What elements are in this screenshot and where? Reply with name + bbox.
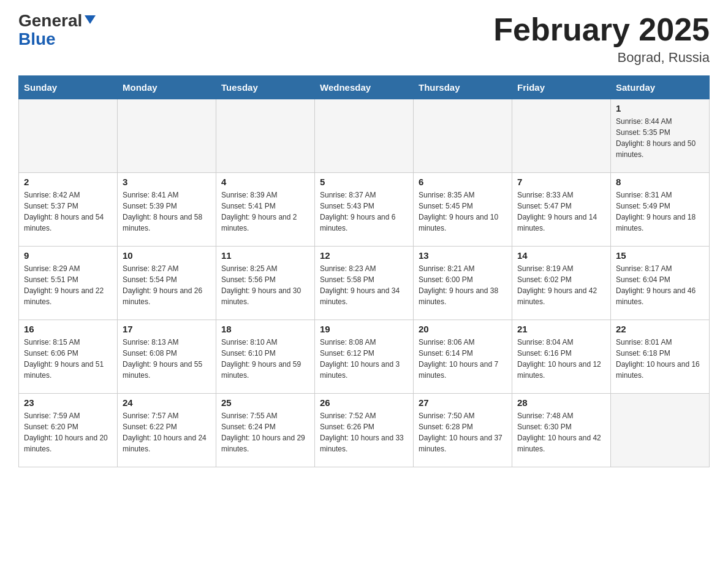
day-number: 5 [320, 177, 408, 187]
header-monday: Monday [118, 76, 216, 99]
day-number: 2 [24, 177, 112, 187]
calendar-day-cell: 20Sunrise: 8:06 AMSunset: 6:14 PMDayligh… [414, 320, 512, 394]
calendar-week-row: 1Sunrise: 8:44 AMSunset: 5:35 PMDaylight… [19, 99, 710, 173]
header-tuesday: Tuesday [216, 76, 315, 99]
logo-text-blue: Blue [18, 29, 56, 49]
day-number: 14 [517, 250, 605, 261]
calendar-day-cell: 5Sunrise: 8:37 AMSunset: 5:43 PMDaylight… [315, 173, 414, 247]
header-wednesday: Wednesday [315, 76, 414, 99]
calendar-day-cell: 15Sunrise: 8:17 AMSunset: 6:04 PMDayligh… [611, 247, 710, 320]
day-number: 4 [221, 177, 309, 187]
day-info: Sunrise: 8:10 AMSunset: 6:10 PMDaylight:… [221, 337, 309, 381]
day-info: Sunrise: 7:57 AMSunset: 6:22 PMDaylight:… [123, 410, 211, 454]
calendar-day-cell: 4Sunrise: 8:39 AMSunset: 5:41 PMDaylight… [216, 173, 315, 247]
day-info: Sunrise: 7:48 AMSunset: 6:30 PMDaylight:… [517, 410, 605, 454]
day-info: Sunrise: 8:01 AMSunset: 6:18 PMDaylight:… [616, 337, 704, 381]
logo: General Blue [18, 12, 97, 49]
day-number: 7 [517, 177, 605, 187]
day-number: 11 [221, 250, 309, 261]
calendar-day-cell [315, 99, 414, 173]
day-info: Sunrise: 8:23 AMSunset: 5:58 PMDaylight:… [320, 263, 408, 307]
day-info: Sunrise: 8:17 AMSunset: 6:04 PMDaylight:… [616, 263, 704, 307]
calendar-day-cell [118, 99, 216, 173]
day-info: Sunrise: 8:42 AMSunset: 5:37 PMDaylight:… [24, 190, 112, 234]
day-number: 8 [616, 177, 704, 187]
day-info: Sunrise: 8:39 AMSunset: 5:41 PMDaylight:… [221, 190, 309, 234]
logo-text-general: General [18, 12, 82, 29]
day-number: 1 [616, 103, 704, 113]
day-info: Sunrise: 8:19 AMSunset: 6:02 PMDaylight:… [517, 263, 605, 307]
day-info: Sunrise: 8:35 AMSunset: 5:45 PMDaylight:… [419, 190, 507, 234]
calendar-day-cell: 26Sunrise: 7:52 AMSunset: 6:26 PMDayligh… [315, 394, 414, 467]
day-info: Sunrise: 8:29 AMSunset: 5:51 PMDaylight:… [24, 263, 112, 307]
logo-triangle-icon [83, 13, 97, 26]
calendar-day-cell: 27Sunrise: 7:50 AMSunset: 6:28 PMDayligh… [414, 394, 512, 467]
calendar-day-cell: 7Sunrise: 8:33 AMSunset: 5:47 PMDaylight… [512, 173, 611, 247]
day-number: 10 [123, 250, 211, 261]
calendar-day-cell: 3Sunrise: 8:41 AMSunset: 5:39 PMDaylight… [118, 173, 216, 247]
day-info: Sunrise: 8:04 AMSunset: 6:16 PMDaylight:… [517, 337, 605, 381]
day-info: Sunrise: 8:15 AMSunset: 6:06 PMDaylight:… [24, 337, 112, 381]
day-info: Sunrise: 8:25 AMSunset: 5:56 PMDaylight:… [221, 263, 309, 307]
calendar-header-row: Sunday Monday Tuesday Wednesday Thursday… [19, 76, 710, 99]
day-number: 3 [123, 177, 211, 187]
day-info: Sunrise: 8:06 AMSunset: 6:14 PMDaylight:… [419, 337, 507, 381]
day-number: 23 [24, 397, 112, 408]
title-area: February 2025 Bograd, Russia [493, 12, 710, 66]
calendar-day-cell: 12Sunrise: 8:23 AMSunset: 5:58 PMDayligh… [315, 247, 414, 320]
calendar-day-cell: 8Sunrise: 8:31 AMSunset: 5:49 PMDaylight… [611, 173, 710, 247]
calendar-week-row: 2Sunrise: 8:42 AMSunset: 5:37 PMDaylight… [19, 173, 710, 247]
day-number: 13 [419, 250, 507, 261]
day-info: Sunrise: 8:37 AMSunset: 5:43 PMDaylight:… [320, 190, 408, 234]
day-number: 21 [517, 324, 605, 334]
day-number: 9 [24, 250, 112, 261]
day-number: 24 [123, 397, 211, 408]
day-info: Sunrise: 8:41 AMSunset: 5:39 PMDaylight:… [123, 190, 211, 234]
calendar-day-cell: 21Sunrise: 8:04 AMSunset: 6:16 PMDayligh… [512, 320, 611, 394]
day-number: 25 [221, 397, 309, 408]
day-info: Sunrise: 7:59 AMSunset: 6:20 PMDaylight:… [24, 410, 112, 454]
calendar-day-cell: 25Sunrise: 7:55 AMSunset: 6:24 PMDayligh… [216, 394, 315, 467]
header-saturday: Saturday [611, 76, 710, 99]
month-title: February 2025 [493, 12, 710, 47]
day-number: 12 [320, 250, 408, 261]
day-number: 18 [221, 324, 309, 334]
calendar-day-cell: 9Sunrise: 8:29 AMSunset: 5:51 PMDaylight… [19, 247, 118, 320]
day-number: 28 [517, 397, 605, 408]
day-number: 20 [419, 324, 507, 334]
day-info: Sunrise: 8:31 AMSunset: 5:49 PMDaylight:… [616, 190, 704, 234]
calendar-table: Sunday Monday Tuesday Wednesday Thursday… [18, 75, 710, 467]
calendar-day-cell: 16Sunrise: 8:15 AMSunset: 6:06 PMDayligh… [19, 320, 118, 394]
day-number: 26 [320, 397, 408, 408]
day-info: Sunrise: 8:33 AMSunset: 5:47 PMDaylight:… [517, 190, 605, 234]
day-number: 6 [419, 177, 507, 187]
calendar-day-cell: 11Sunrise: 8:25 AMSunset: 5:56 PMDayligh… [216, 247, 315, 320]
calendar-day-cell: 18Sunrise: 8:10 AMSunset: 6:10 PMDayligh… [216, 320, 315, 394]
day-number: 27 [419, 397, 507, 408]
day-info: Sunrise: 8:08 AMSunset: 6:12 PMDaylight:… [320, 337, 408, 381]
day-info: Sunrise: 8:27 AMSunset: 5:54 PMDaylight:… [123, 263, 211, 307]
header-friday: Friday [512, 76, 611, 99]
calendar-day-cell: 13Sunrise: 8:21 AMSunset: 6:00 PMDayligh… [414, 247, 512, 320]
calendar-day-cell [611, 394, 710, 467]
header-sunday: Sunday [19, 76, 118, 99]
calendar-day-cell: 28Sunrise: 7:48 AMSunset: 6:30 PMDayligh… [512, 394, 611, 467]
calendar-day-cell: 6Sunrise: 8:35 AMSunset: 5:45 PMDaylight… [414, 173, 512, 247]
calendar-day-cell [512, 99, 611, 173]
calendar-day-cell: 1Sunrise: 8:44 AMSunset: 5:35 PMDaylight… [611, 99, 710, 173]
day-info: Sunrise: 8:21 AMSunset: 6:00 PMDaylight:… [419, 263, 507, 307]
location-label: Bograd, Russia [493, 50, 710, 66]
day-info: Sunrise: 7:52 AMSunset: 6:26 PMDaylight:… [320, 410, 408, 454]
calendar-day-cell: 2Sunrise: 8:42 AMSunset: 5:37 PMDaylight… [19, 173, 118, 247]
calendar-day-cell: 17Sunrise: 8:13 AMSunset: 6:08 PMDayligh… [118, 320, 216, 394]
calendar-week-row: 9Sunrise: 8:29 AMSunset: 5:51 PMDaylight… [19, 247, 710, 320]
calendar-day-cell: 23Sunrise: 7:59 AMSunset: 6:20 PMDayligh… [19, 394, 118, 467]
header-thursday: Thursday [414, 76, 512, 99]
calendar-day-cell: 24Sunrise: 7:57 AMSunset: 6:22 PMDayligh… [118, 394, 216, 467]
calendar-day-cell: 14Sunrise: 8:19 AMSunset: 6:02 PMDayligh… [512, 247, 611, 320]
day-number: 17 [123, 324, 211, 334]
svg-marker-0 [85, 15, 96, 24]
day-info: Sunrise: 7:55 AMSunset: 6:24 PMDaylight:… [221, 410, 309, 454]
day-number: 15 [616, 250, 704, 261]
calendar-week-row: 23Sunrise: 7:59 AMSunset: 6:20 PMDayligh… [19, 394, 710, 467]
